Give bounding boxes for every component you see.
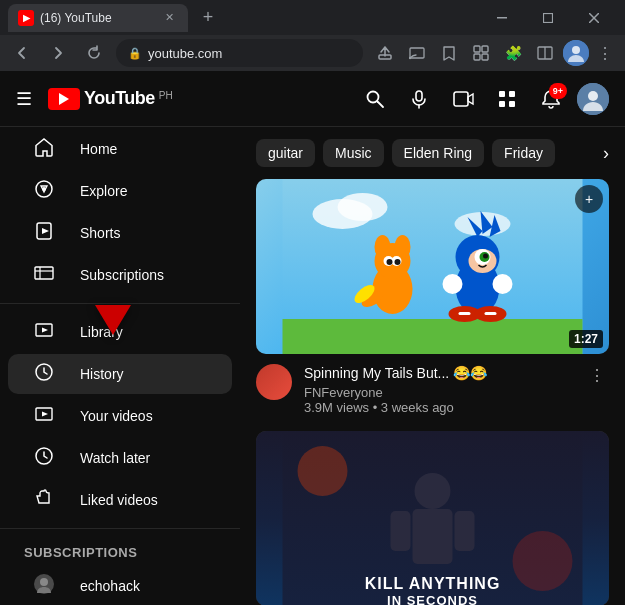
browser-titlebar: ▶ (16) YouTube ✕ + [0, 0, 625, 35]
sidebar-item-subscriptions[interactable]: Subscriptions [8, 255, 232, 295]
sidebar-divider-1 [0, 303, 240, 304]
svg-rect-1 [544, 13, 553, 22]
svg-rect-8 [482, 46, 488, 52]
library-icon [32, 319, 56, 346]
svg-point-54 [387, 259, 393, 265]
sidebar-item-explore[interactable]: Explore [8, 171, 232, 211]
filter-chip-guitar[interactable]: guitar [256, 139, 315, 167]
youtube-header: ☰ YouTube PH 9+ [0, 71, 625, 127]
home-icon [32, 136, 56, 163]
watch-later-icon [32, 445, 56, 472]
extensions-icon[interactable] [467, 39, 495, 67]
tab-close-button[interactable]: ✕ [160, 9, 178, 27]
sidebar-item-history[interactable]: History [8, 354, 232, 394]
lock-icon: 🔒 [128, 47, 142, 60]
filter-more-button[interactable]: › [603, 143, 609, 164]
svg-point-71 [415, 473, 451, 509]
video-duration: 1:27 [569, 330, 603, 348]
sidebar-item-your-videos[interactable]: Your videos [8, 396, 232, 436]
browser-menu-button[interactable]: ⋮ [593, 44, 617, 63]
youtube-app: ☰ YouTube PH 9+ [0, 71, 625, 605]
channel-name-sonic[interactable]: FNFeveryone [304, 385, 573, 400]
apps-button[interactable] [489, 81, 525, 117]
browser-addressbar: 🔒 youtube.com 🧩 ⋮ [0, 35, 625, 71]
video-options-button-sonic[interactable]: ⋮ [585, 364, 609, 415]
subscriptions-icon [32, 262, 56, 289]
svg-rect-9 [474, 54, 480, 60]
youtube-sidebar: Home Explore Shorts Subscriptions [0, 127, 240, 605]
tab-title: (16) YouTube [40, 11, 112, 25]
svg-point-51 [395, 235, 411, 259]
profile-avatar[interactable] [563, 40, 589, 66]
sidebar-item-home[interactable]: Home [8, 129, 232, 169]
sidebar-item-watch-later[interactable]: Watch later [8, 438, 232, 478]
sidebar-item-shorts[interactable]: Shorts [8, 213, 232, 253]
add-to-queue-button[interactable]: + [575, 185, 603, 213]
refresh-button[interactable] [80, 39, 108, 67]
sidebar-item-echohack[interactable]: echohack [8, 566, 232, 605]
sidebar-history-label: History [80, 366, 124, 382]
video-thumbnail-action[interactable]: KILL ANYTHING IN SECONDS [256, 431, 609, 605]
svg-rect-0 [497, 17, 507, 19]
filter-chip-music[interactable]: Music [323, 139, 384, 167]
channel-avatar-fnf[interactable] [256, 364, 292, 400]
address-bar[interactable]: 🔒 youtube.com [116, 39, 363, 67]
notification-button[interactable]: 9+ [533, 81, 569, 117]
hamburger-menu-icon[interactable]: ☰ [16, 88, 32, 110]
video-title-sonic[interactable]: Spinning My Tails But... 😂😂 [304, 364, 573, 382]
share-icon[interactable] [371, 39, 399, 67]
user-avatar[interactable] [577, 83, 609, 115]
forward-button[interactable] [44, 39, 72, 67]
create-button[interactable] [445, 81, 481, 117]
svg-rect-74 [455, 511, 475, 551]
svg-rect-17 [416, 91, 422, 101]
minimize-button[interactable] [479, 0, 525, 35]
video-thumbnail-sonic[interactable]: 1:27 + [256, 179, 609, 354]
split-screen-icon[interactable] [531, 39, 559, 67]
voice-search-button[interactable] [401, 81, 437, 117]
svg-line-16 [378, 101, 384, 107]
maximize-button[interactable] [525, 0, 571, 35]
video-card-action: KILL ANYTHING IN SECONDS [240, 431, 625, 605]
cast-icon[interactable] [403, 39, 431, 67]
svg-rect-32 [35, 267, 53, 279]
svg-rect-72 [413, 509, 453, 564]
video-card-sonic: 1:27 + Spinning My Tails But... 😂😂 FNFev… [240, 179, 625, 431]
svg-rect-23 [499, 101, 505, 107]
your-videos-icon [32, 403, 56, 430]
svg-text:KILL ANYTHING: KILL ANYTHING [365, 575, 501, 592]
svg-rect-44 [283, 319, 583, 354]
svg-rect-21 [499, 91, 505, 97]
new-tab-button[interactable]: + [194, 4, 222, 32]
svg-point-68 [443, 274, 463, 294]
youtube-header-right: 9+ [357, 81, 609, 117]
sidebar-library-label: Library [80, 324, 123, 340]
sidebar-shorts-label: Shorts [80, 225, 120, 241]
search-button[interactable] [357, 81, 393, 117]
sonic-thumbnail-image [256, 179, 609, 354]
svg-point-42 [40, 578, 48, 586]
svg-marker-31 [42, 228, 49, 234]
sidebar-explore-label: Explore [80, 183, 127, 199]
svg-point-55 [395, 259, 401, 265]
sidebar-item-library[interactable]: Library [8, 312, 232, 352]
filter-chip-elden-ring[interactable]: Elden Ring [392, 139, 485, 167]
sidebar-divider-2 [0, 528, 240, 529]
filter-bar: guitar Music Elden Ring Friday › [240, 127, 625, 179]
youtube-logo[interactable]: YouTube PH [48, 88, 173, 110]
browser-tab[interactable]: ▶ (16) YouTube ✕ [8, 4, 188, 32]
filter-chip-friday[interactable]: Friday [492, 139, 555, 167]
echohack-avatar [32, 573, 56, 600]
svg-point-46 [338, 193, 388, 221]
svg-rect-10 [482, 54, 488, 60]
svg-rect-4 [379, 55, 391, 59]
youtube-logo-country: PH [159, 90, 173, 101]
puzzle-icon[interactable]: 🧩 [499, 39, 527, 67]
back-button[interactable] [8, 39, 36, 67]
close-button[interactable] [571, 0, 617, 35]
svg-point-69 [493, 274, 513, 294]
youtube-content: guitar Music Elden Ring Friday › [240, 127, 625, 605]
three-dots-icon: ⋮ [589, 366, 605, 385]
sidebar-item-liked-videos[interactable]: Liked videos [8, 480, 232, 520]
bookmark-icon[interactable] [435, 39, 463, 67]
